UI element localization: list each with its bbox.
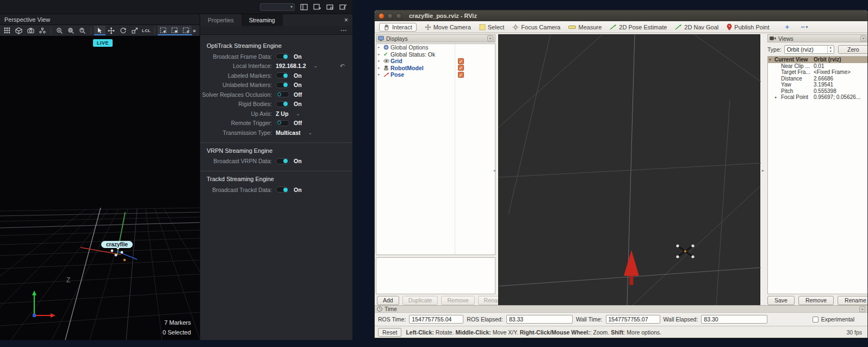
solver-occlusion-toggle[interactable] [276,91,289,97]
ros-time-input[interactable] [409,315,463,324]
view-cube-icon[interactable] [13,26,24,35]
panel-layout-icon[interactable] [300,3,308,11]
broadcast-trackd-toggle[interactable] [276,187,289,193]
broadcast-frame-data-toggle[interactable] [276,53,289,59]
remote-trigger-toggle[interactable] [276,120,289,126]
zoom-fit-icon[interactable] [77,26,88,35]
expand-icon[interactable]: ▸ [378,52,383,57]
close-icon[interactable]: × [487,35,493,41]
close-icon[interactable]: × [860,35,866,41]
display-row-pose[interactable]: ▸ Pose ✓ [376,71,495,78]
views-panel-header[interactable]: Views × [767,34,868,42]
undo-icon[interactable]: ↶ [340,63,345,70]
displays-tree[interactable]: ▸ Global Options ▸ ✓ Global Status: Ok ▸… [376,44,495,255]
tool-publish-point[interactable]: Publish Point [727,23,769,30]
tool-select[interactable]: Select [479,24,505,30]
duplicate-display-button[interactable]: Duplicate [402,296,438,305]
display-row-robotmodel[interactable]: ▸ RobotModel ✓ [376,65,495,72]
asset-gizmo-icon[interactable] [36,26,47,35]
expand-icon[interactable]: ▸ [378,45,383,49]
up-axis-value[interactable]: Z Up [276,110,288,117]
view-grid-icon[interactable] [2,26,13,35]
select-locked-icon[interactable] [169,26,181,35]
ros-elapsed-input[interactable] [506,315,573,324]
transmission-type-value[interactable]: Multicast [276,129,301,136]
collapse-left-panel-icon[interactable]: ◂ [493,168,495,173]
expand-icon[interactable]: ▸ [378,72,383,77]
view-row-pitch[interactable]: Pitch 0.555398 [768,88,868,95]
rviz-3d-viewport[interactable] [498,34,760,306]
close-icon[interactable]: × [344,14,348,26]
zero-button[interactable]: Zero [838,45,868,54]
rename-view-button[interactable]: Rename [838,296,868,305]
panel-new-icon[interactable] [313,3,321,11]
rotate-tool[interactable] [117,26,128,35]
view-row-yaw[interactable]: Yaw 3.19541 [768,82,868,88]
rviz-titlebar[interactable]: crazyflie_pos.rviz - RViz [375,10,867,21]
tool-2d-nav-goal[interactable]: 2D Nav Goal [675,24,718,30]
tool-focus-camera[interactable]: Focus Camera [512,24,560,30]
close-icon[interactable]: × [859,306,865,312]
expand-icon[interactable]: ▾ [769,58,771,62]
panel-capture-icon[interactable] [326,3,334,11]
local-interface-value[interactable]: 192.168.1.2 [276,63,306,69]
window-maximize-button[interactable] [396,13,402,19]
select-markers-icon[interactable] [158,26,169,35]
window-minimize-button[interactable] [387,13,393,19]
chevron-down-icon[interactable]: ⌄ [308,130,313,135]
view-row-focal-point[interactable]: ▸ Focal Point 0.95697; 0.05626... [768,94,868,101]
displays-panel-header[interactable]: Displays × [376,34,495,42]
display-row-global-options[interactable]: ▸ Global Options [376,44,495,51]
views-tree[interactable]: ▾ Current View Orbit (rviz) Near Clip ..… [767,56,868,294]
layout-preset-combo[interactable]: ▾ [260,3,295,11]
tab-streaming[interactable]: Streaming [241,14,283,26]
display-row-grid[interactable]: ▸ Grid ✓ [376,58,495,65]
add-display-button[interactable]: Add [377,296,399,305]
view-type-combo[interactable]: Orbit (rviz) ▲▼ [784,45,834,54]
grid-enabled-checkbox[interactable]: ✓ [458,58,464,64]
menu-dots-icon[interactable]: ••• [341,28,347,33]
pose-enabled-checkbox[interactable]: ✓ [458,72,464,78]
remove-view-button[interactable]: Remove [798,296,834,305]
rigid-bodies-toggle[interactable] [276,101,289,107]
camera-icon[interactable] [25,26,36,35]
broadcast-vrpn-toggle[interactable] [276,158,289,164]
wall-time-input[interactable] [606,315,660,324]
reset-button[interactable]: Reset [378,328,401,337]
tool-2d-pose-estimate[interactable]: 2D Pose Estimate [610,24,667,30]
live-badge[interactable]: LIVE [93,39,113,47]
chevron-down-icon[interactable]: ⌄ [296,111,300,116]
save-view-button[interactable]: Save [767,296,795,305]
chevron-down-icon[interactable]: ⌄ [313,63,318,69]
view-row-distance[interactable]: Distance 2.66686 [768,76,868,82]
tool-interact[interactable]: Interact [379,23,417,32]
expand-icon[interactable]: ▸ [378,59,383,63]
display-row-global-status[interactable]: ▸ ✓ Global Status: Ok [376,51,495,58]
tool-move-camera[interactable]: Move Camera [425,24,471,30]
tool-measure[interactable]: Measure [568,24,602,30]
unlabeled-markers-toggle[interactable] [276,82,289,88]
robotmodel-enabled-checkbox[interactable]: ✓ [458,65,464,71]
view-row-target-frame[interactable]: Target Fra... <Fixed Frame> [768,69,868,76]
select-cursor-tool[interactable] [94,26,105,35]
experimental-checkbox[interactable] [813,317,819,323]
zoom-region-icon[interactable] [65,26,76,35]
motive-3d-viewport[interactable]: LIVE [0,36,200,340]
panel-edit-icon[interactable] [339,3,347,11]
scale-tool[interactable] [129,26,140,35]
wall-elapsed-input[interactable] [701,315,767,324]
remove-display-button[interactable]: Remove [441,296,474,305]
local-coords-toggle[interactable]: LCL [141,26,152,35]
select-add-icon[interactable] [181,26,192,35]
toolbar-overflow-icon[interactable]: » [193,28,198,34]
labeled-markers-toggle[interactable] [276,72,289,78]
view-row-current[interactable]: ▾ Current View Orbit (rviz) [768,57,868,63]
rigid-body-label[interactable]: crazyflie [101,241,133,248]
expand-icon[interactable]: ▸ [775,95,777,100]
zoom-in-icon[interactable] [54,26,65,35]
remove-tool-button[interactable]: −▾ [801,23,808,31]
tab-properties[interactable]: Properties [200,14,241,26]
expand-icon[interactable]: ▸ [378,66,383,70]
collapse-right-panel-icon[interactable]: ▸ [762,168,764,173]
view-row-near-clip[interactable]: Near Clip ... 0.01 [768,63,868,70]
